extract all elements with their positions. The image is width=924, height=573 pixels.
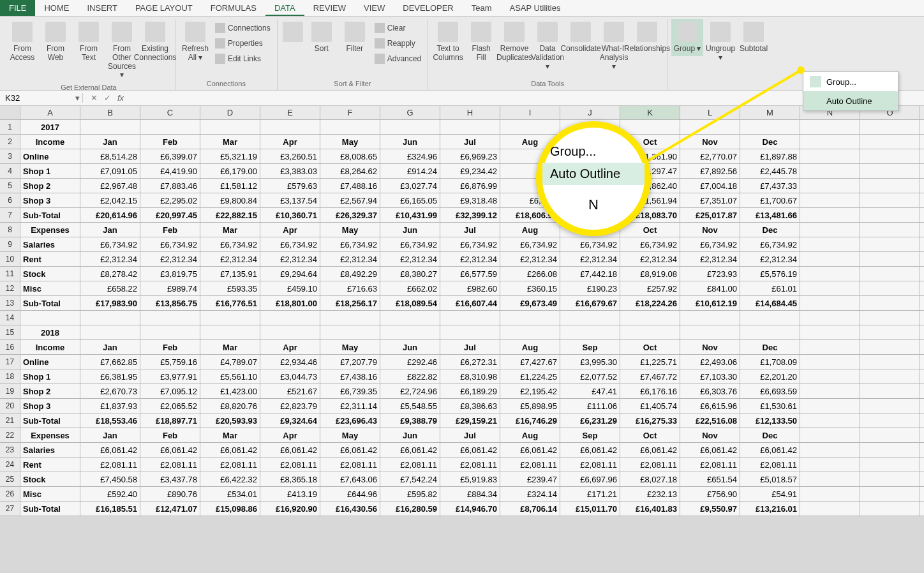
menu-item-auto-outline[interactable]: Auto Outline (803, 91, 898, 110)
cell[interactable] (860, 164, 920, 178)
cell[interactable]: £989.74 (140, 281, 200, 295)
btn-from-other-sources-[interactable]: From Other Sources ▾ (106, 19, 138, 82)
cell[interactable] (80, 325, 140, 339)
cell[interactable] (800, 428, 860, 442)
cell[interactable] (800, 223, 860, 237)
cell[interactable] (560, 311, 620, 325)
cell[interactable]: Jul (440, 428, 500, 442)
cell[interactable]: £8,027.18 (620, 472, 680, 486)
cell[interactable]: £1,530.61 (740, 399, 800, 413)
row-header-19[interactable]: 19 (0, 384, 20, 398)
btn-consolidate[interactable]: Consolidate (565, 19, 597, 56)
cell[interactable]: £2,312.34 (620, 252, 680, 266)
cell[interactable] (800, 135, 860, 149)
cell[interactable] (860, 458, 920, 472)
cell[interactable]: £6,734.92 (500, 237, 560, 251)
cell[interactable] (860, 325, 920, 339)
cell[interactable]: £6,734.92 (560, 237, 620, 251)
cell[interactable]: £1,708.09 (740, 355, 800, 369)
row-header-25[interactable]: 25 (0, 472, 20, 486)
cell[interactable]: 2017 (20, 120, 80, 134)
cell[interactable] (860, 223, 920, 237)
name-box[interactable]: K32▾ (0, 93, 83, 103)
cell[interactable]: Salaries (20, 443, 80, 457)
cell[interactable]: £2,967.48 (80, 179, 140, 193)
cell[interactable]: Sep (560, 428, 620, 442)
cell[interactable]: Rent (20, 458, 80, 472)
cell[interactable]: £6,697.96 (560, 472, 620, 486)
cell[interactable]: £14,946.70 (440, 502, 500, 516)
cell[interactable]: £579.63 (260, 179, 320, 193)
cell[interactable]: £3,383.03 (260, 164, 320, 178)
cell[interactable]: £5,321.19 (200, 149, 260, 163)
cell[interactable]: £10,360.71 (260, 208, 320, 222)
col-header-B[interactable]: B (80, 106, 140, 119)
cell[interactable]: Jan (80, 340, 140, 354)
cell[interactable]: £459.10 (260, 281, 320, 295)
cell[interactable]: £7,438.16 (320, 369, 380, 383)
tab-view[interactable]: VIEW (355, 0, 394, 16)
cell[interactable]: £6,061.42 (380, 443, 440, 457)
cell[interactable]: £7,883.46 (140, 179, 200, 193)
cell[interactable]: Income (20, 135, 80, 149)
accept-icon[interactable]: ✓ (104, 93, 111, 103)
cell[interactable]: £2,081.11 (560, 458, 620, 472)
cell[interactable]: £17,983.90 (80, 296, 140, 310)
cell[interactable]: £2,077.52 (560, 369, 620, 383)
cell[interactable]: £8,706.14 (500, 502, 560, 516)
cell[interactable]: £2,195.42 (500, 384, 560, 398)
cell[interactable] (800, 487, 860, 501)
cell[interactable]: £47.41 (560, 384, 620, 398)
cell[interactable]: £6,739.35 (320, 384, 380, 398)
cell[interactable]: £6,061.42 (500, 443, 560, 457)
cell[interactable]: £3,437.78 (140, 472, 200, 486)
cell[interactable]: Aug (500, 223, 560, 237)
cell[interactable]: £592.40 (80, 487, 140, 501)
cell[interactable]: £2,081.11 (260, 458, 320, 472)
cell[interactable]: £8,365.18 (260, 472, 320, 486)
cell[interactable]: Misc (20, 281, 80, 295)
cell[interactable]: Expenses (20, 428, 80, 442)
cell[interactable]: Feb (140, 340, 200, 354)
cell[interactable]: £2,311.14 (320, 399, 380, 413)
cell[interactable]: £2,081.11 (320, 458, 380, 472)
cell[interactable]: £7,091.05 (80, 164, 140, 178)
cell[interactable]: £723.93 (680, 267, 740, 281)
cell[interactable]: Jul (440, 135, 500, 149)
cell[interactable]: £6,734.92 (680, 237, 740, 251)
cell[interactable]: £29,159.21 (440, 413, 500, 428)
refresh-all-button[interactable]: Refresh All ▾ (179, 19, 211, 65)
cell[interactable]: £3,819.75 (140, 267, 200, 281)
row-header-7[interactable]: 7 (0, 208, 20, 222)
cell[interactable]: £6,176.16 (620, 384, 680, 398)
cell[interactable]: £7,450.58 (80, 472, 140, 486)
cell[interactable]: Sub-Total (20, 208, 80, 222)
cell[interactable]: £3,995.30 (560, 355, 620, 369)
cell[interactable] (740, 325, 800, 339)
cell[interactable]: £6,061.42 (740, 443, 800, 457)
cell[interactable]: May (320, 135, 380, 149)
cell[interactable]: Sub-Total (20, 296, 80, 310)
cell[interactable]: £8,310.98 (440, 369, 500, 383)
cell[interactable]: £16,920.90 (260, 502, 320, 516)
cell[interactable]: £9,234.42 (440, 164, 500, 178)
cell[interactable]: £7,467.72 (620, 369, 680, 383)
cell[interactable]: £6,061.42 (440, 443, 500, 457)
tab-page-layout[interactable]: PAGE LAYOUT (126, 0, 202, 16)
cell[interactable] (800, 296, 860, 310)
cell[interactable] (800, 458, 860, 472)
cell[interactable]: £2,081.11 (200, 458, 260, 472)
cell[interactable]: £12,133.50 (740, 413, 800, 428)
cell[interactable]: Nov (680, 223, 740, 237)
cell[interactable] (380, 311, 440, 325)
row-header-16[interactable]: 16 (0, 340, 20, 354)
cell[interactable] (800, 193, 860, 207)
cell[interactable] (860, 267, 920, 281)
cell[interactable] (140, 120, 200, 134)
row-header-5[interactable]: 5 (0, 179, 20, 193)
cell[interactable]: £6,422.32 (200, 472, 260, 486)
cell[interactable] (800, 325, 860, 339)
cell[interactable]: £8,264.62 (320, 164, 380, 178)
cell[interactable]: £6,303.76 (680, 384, 740, 398)
cell[interactable] (440, 325, 500, 339)
